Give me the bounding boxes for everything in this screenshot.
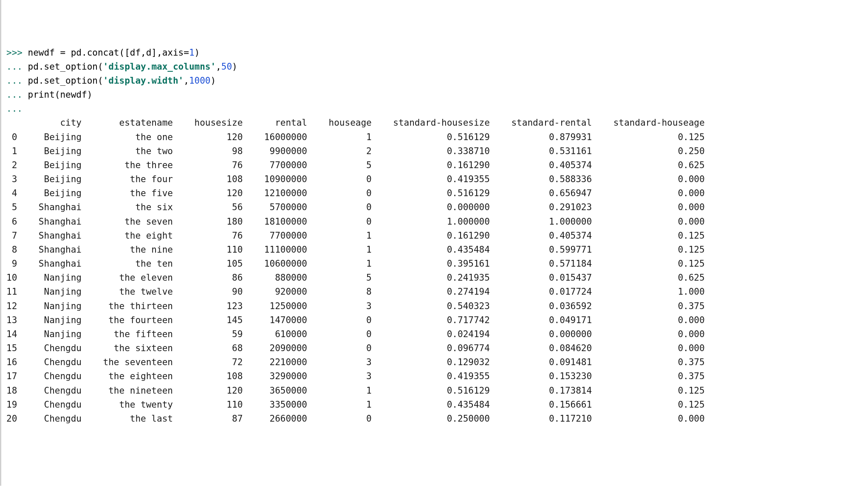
code-line: ... pd.set_option('display.max_columns',… xyxy=(6,60,846,74)
table-row: 11 Nanjing the twelve 90 920000 8 0.2741… xyxy=(6,285,846,299)
table-row: 4 Beijing the five 120 12100000 0 0.5161… xyxy=(6,186,846,200)
table-row: 10 Nanjing the eleven 86 880000 5 0.2419… xyxy=(6,271,846,285)
table-row: 17 Chengdu the eighteen 108 3290000 3 0.… xyxy=(6,369,846,383)
token-code: ) xyxy=(195,48,200,58)
table-row: 14 Nanjing the fifteen 59 610000 0 0.024… xyxy=(6,327,846,341)
table-row: 19 Chengdu the twenty 110 3350000 1 0.43… xyxy=(6,398,846,412)
token-code: ) xyxy=(210,76,216,86)
token-code: newdf = pd.concat([df,d],axis= xyxy=(28,48,189,58)
prompt-continuation: ... xyxy=(6,76,28,86)
token-code: pd.set_option( xyxy=(28,76,103,86)
code-line: ... xyxy=(6,102,846,116)
table-row: 7 Shanghai the eight 76 7700000 1 0.1612… xyxy=(6,229,846,243)
table-row: 12 Nanjing the thirteen 123 1250000 3 0.… xyxy=(6,299,846,313)
token-str: 'display.width' xyxy=(103,76,184,86)
token-code: , xyxy=(216,62,221,72)
token-code: print(newdf) xyxy=(28,90,93,100)
token-num: 1000 xyxy=(189,76,211,86)
table-row: 5 Shanghai the six 56 5700000 0 0.000000… xyxy=(6,200,846,214)
prompt-continuation: ... xyxy=(6,62,28,72)
prompt-primary: >>> xyxy=(6,48,28,58)
table-row: 20 Chengdu the last 87 2660000 0 0.25000… xyxy=(6,412,846,426)
table-row: 6 Shanghai the seven 180 18100000 0 1.00… xyxy=(6,215,846,229)
table-row: 13 Nanjing the fourteen 145 1470000 0 0.… xyxy=(6,313,846,327)
token-code: , xyxy=(184,76,189,86)
token-code: ) xyxy=(232,62,237,72)
table-row: 1 Beijing the two 98 9900000 2 0.338710 … xyxy=(6,144,846,158)
python-repl-terminal[interactable]: >>> newdf = pd.concat([df,d],axis=1)... … xyxy=(6,46,846,426)
code-line: ... print(newdf) xyxy=(6,88,846,102)
code-line: >>> newdf = pd.concat([df,d],axis=1) xyxy=(6,46,846,60)
token-str: 'display.max_columns' xyxy=(103,62,216,72)
table-row: 15 Chengdu the sixteen 68 2090000 0 0.09… xyxy=(6,341,846,355)
code-line: ... pd.set_option('display.width',1000) xyxy=(6,74,846,88)
token-num: 50 xyxy=(221,62,232,72)
prompt-continuation: ... xyxy=(6,90,28,100)
token-num: 1 xyxy=(189,48,195,58)
table-header: city estatename housesize rental houseag… xyxy=(6,116,846,130)
table-row: 3 Beijing the four 108 10900000 0 0.4193… xyxy=(6,172,846,186)
table-row: 18 Chengdu the nineteen 120 3650000 1 0.… xyxy=(6,384,846,398)
token-code: pd.set_option( xyxy=(28,62,103,72)
prompt-continuation: ... xyxy=(6,104,28,114)
table-row: 0 Beijing the one 120 16000000 1 0.51612… xyxy=(6,130,846,144)
table-row: 16 Chengdu the seventeen 72 2210000 3 0.… xyxy=(6,355,846,369)
table-row: 8 Shanghai the nine 110 11100000 1 0.435… xyxy=(6,243,846,257)
table-row: 2 Beijing the three 76 7700000 5 0.16129… xyxy=(6,158,846,172)
table-row: 9 Shanghai the ten 105 10600000 1 0.3951… xyxy=(6,257,846,271)
